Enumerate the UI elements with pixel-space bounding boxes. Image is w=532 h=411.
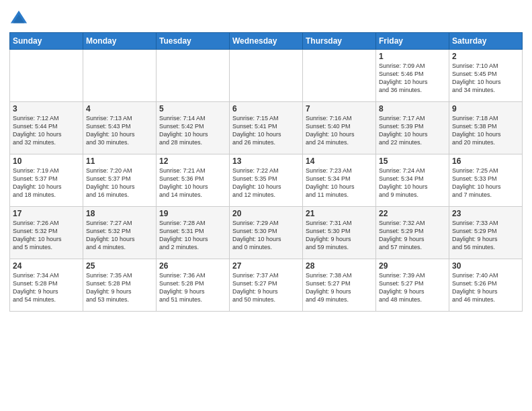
day-number: 10 [13, 156, 80, 166]
day-number: 26 [159, 261, 226, 271]
day-info: Sunrise: 7:40 AM Sunset: 5:26 PM Dayligh… [452, 271, 519, 304]
day-info: Sunrise: 7:28 AM Sunset: 5:31 PM Dayligh… [159, 219, 226, 252]
page-container: SundayMondayTuesdayWednesdayThursdayFrid… [0, 0, 532, 316]
day-info: Sunrise: 7:10 AM Sunset: 5:45 PM Dayligh… [452, 62, 519, 95]
week-row-0: 1Sunrise: 7:09 AM Sunset: 5:46 PM Daylig… [10, 50, 523, 102]
day-cell [230, 50, 303, 102]
day-info: Sunrise: 7:13 AM Sunset: 5:43 PM Dayligh… [86, 114, 153, 147]
day-number: 24 [13, 261, 80, 271]
day-cell: 24Sunrise: 7:34 AM Sunset: 5:28 PM Dayli… [10, 259, 83, 312]
header [9, 7, 523, 28]
day-cell: 6Sunrise: 7:15 AM Sunset: 5:41 PM Daylig… [230, 102, 303, 154]
day-cell: 25Sunrise: 7:35 AM Sunset: 5:28 PM Dayli… [83, 259, 157, 312]
day-number: 28 [306, 261, 373, 271]
day-number: 3 [13, 104, 80, 113]
day-number: 20 [232, 209, 300, 218]
col-header-saturday: Saturday [449, 33, 523, 50]
day-info: Sunrise: 7:29 AM Sunset: 5:30 PM Dayligh… [232, 219, 300, 252]
col-header-monday: Monday [83, 33, 157, 50]
day-cell: 29Sunrise: 7:39 AM Sunset: 5:27 PM Dayli… [376, 259, 449, 312]
day-cell: 5Sunrise: 7:14 AM Sunset: 5:42 PM Daylig… [157, 102, 230, 154]
day-info: Sunrise: 7:32 AM Sunset: 5:29 PM Dayligh… [379, 219, 446, 252]
week-row-2: 10Sunrise: 7:19 AM Sunset: 5:37 PM Dayli… [10, 154, 523, 207]
day-number: 23 [452, 209, 519, 218]
day-number: 13 [232, 156, 300, 166]
day-number: 15 [379, 156, 446, 166]
day-info: Sunrise: 7:16 AM Sunset: 5:40 PM Dayligh… [306, 114, 373, 147]
day-number: 4 [86, 104, 153, 113]
day-cell: 19Sunrise: 7:28 AM Sunset: 5:31 PM Dayli… [157, 207, 230, 259]
day-cell: 17Sunrise: 7:26 AM Sunset: 5:32 PM Dayli… [10, 207, 83, 259]
day-info: Sunrise: 7:23 AM Sunset: 5:34 PM Dayligh… [306, 167, 373, 199]
day-number: 9 [452, 104, 519, 113]
day-cell: 30Sunrise: 7:40 AM Sunset: 5:26 PM Dayli… [449, 259, 523, 312]
col-header-friday: Friday [376, 33, 449, 50]
day-cell: 13Sunrise: 7:22 AM Sunset: 5:35 PM Dayli… [230, 154, 303, 207]
day-info: Sunrise: 7:19 AM Sunset: 5:37 PM Dayligh… [13, 167, 80, 199]
day-cell: 1Sunrise: 7:09 AM Sunset: 5:46 PM Daylig… [376, 50, 449, 102]
day-info: Sunrise: 7:26 AM Sunset: 5:32 PM Dayligh… [13, 219, 80, 252]
day-info: Sunrise: 7:33 AM Sunset: 5:29 PM Dayligh… [452, 219, 519, 252]
day-cell: 21Sunrise: 7:31 AM Sunset: 5:30 PM Dayli… [303, 207, 376, 259]
day-cell: 8Sunrise: 7:17 AM Sunset: 5:39 PM Daylig… [376, 102, 449, 154]
day-cell: 27Sunrise: 7:37 AM Sunset: 5:27 PM Dayli… [230, 259, 303, 312]
day-number: 1 [379, 52, 446, 61]
day-number: 30 [452, 261, 519, 271]
day-cell [303, 50, 376, 102]
day-info: Sunrise: 7:34 AM Sunset: 5:28 PM Dayligh… [13, 271, 80, 304]
day-cell: 20Sunrise: 7:29 AM Sunset: 5:30 PM Dayli… [230, 207, 303, 259]
col-header-wednesday: Wednesday [230, 33, 303, 50]
day-number: 11 [86, 156, 153, 166]
day-number: 29 [379, 261, 446, 271]
day-cell: 18Sunrise: 7:27 AM Sunset: 5:32 PM Dayli… [83, 207, 157, 259]
logo-icon [9, 9, 28, 28]
day-cell: 26Sunrise: 7:36 AM Sunset: 5:28 PM Dayli… [157, 259, 230, 312]
week-row-1: 3Sunrise: 7:12 AM Sunset: 5:44 PM Daylig… [10, 102, 523, 154]
calendar-header-row: SundayMondayTuesdayWednesdayThursdayFrid… [10, 33, 523, 50]
day-cell: 10Sunrise: 7:19 AM Sunset: 5:37 PM Dayli… [10, 154, 83, 207]
day-number: 16 [452, 156, 519, 166]
day-number: 14 [306, 156, 373, 166]
calendar-table: SundayMondayTuesdayWednesdayThursdayFrid… [9, 32, 523, 312]
day-info: Sunrise: 7:18 AM Sunset: 5:38 PM Dayligh… [452, 114, 519, 147]
day-info: Sunrise: 7:12 AM Sunset: 5:44 PM Dayligh… [13, 114, 80, 147]
day-number: 5 [159, 104, 226, 113]
day-info: Sunrise: 7:21 AM Sunset: 5:36 PM Dayligh… [159, 167, 226, 199]
day-cell: 14Sunrise: 7:23 AM Sunset: 5:34 PM Dayli… [303, 154, 376, 207]
day-info: Sunrise: 7:22 AM Sunset: 5:35 PM Dayligh… [232, 167, 300, 199]
day-number: 12 [159, 156, 226, 166]
day-cell: 12Sunrise: 7:21 AM Sunset: 5:36 PM Dayli… [157, 154, 230, 207]
day-cell: 3Sunrise: 7:12 AM Sunset: 5:44 PM Daylig… [10, 102, 83, 154]
day-number: 6 [232, 104, 300, 113]
day-info: Sunrise: 7:37 AM Sunset: 5:27 PM Dayligh… [232, 271, 300, 304]
day-info: Sunrise: 7:36 AM Sunset: 5:28 PM Dayligh… [159, 271, 226, 304]
day-cell: 15Sunrise: 7:24 AM Sunset: 5:34 PM Dayli… [376, 154, 449, 207]
day-info: Sunrise: 7:35 AM Sunset: 5:28 PM Dayligh… [86, 271, 153, 304]
day-cell [10, 50, 83, 102]
day-number: 8 [379, 104, 446, 113]
day-cell [83, 50, 157, 102]
day-info: Sunrise: 7:39 AM Sunset: 5:27 PM Dayligh… [379, 271, 446, 304]
day-cell [157, 50, 230, 102]
day-info: Sunrise: 7:24 AM Sunset: 5:34 PM Dayligh… [379, 167, 446, 199]
day-cell: 4Sunrise: 7:13 AM Sunset: 5:43 PM Daylig… [83, 102, 157, 154]
day-number: 27 [232, 261, 300, 271]
day-info: Sunrise: 7:20 AM Sunset: 5:37 PM Dayligh… [86, 167, 153, 199]
day-cell: 9Sunrise: 7:18 AM Sunset: 5:38 PM Daylig… [449, 102, 523, 154]
day-number: 19 [159, 209, 226, 218]
day-cell: 11Sunrise: 7:20 AM Sunset: 5:37 PM Dayli… [83, 154, 157, 207]
day-cell: 22Sunrise: 7:32 AM Sunset: 5:29 PM Dayli… [376, 207, 449, 259]
day-info: Sunrise: 7:15 AM Sunset: 5:41 PM Dayligh… [232, 114, 300, 147]
day-info: Sunrise: 7:09 AM Sunset: 5:46 PM Dayligh… [379, 62, 446, 95]
day-cell: 2Sunrise: 7:10 AM Sunset: 5:45 PM Daylig… [449, 50, 523, 102]
day-number: 2 [452, 52, 519, 61]
day-info: Sunrise: 7:25 AM Sunset: 5:33 PM Dayligh… [452, 167, 519, 199]
day-cell: 16Sunrise: 7:25 AM Sunset: 5:33 PM Dayli… [449, 154, 523, 207]
day-cell: 23Sunrise: 7:33 AM Sunset: 5:29 PM Dayli… [449, 207, 523, 259]
day-number: 21 [306, 209, 373, 218]
day-number: 17 [13, 209, 80, 218]
day-number: 18 [86, 209, 153, 218]
week-row-3: 17Sunrise: 7:26 AM Sunset: 5:32 PM Dayli… [10, 207, 523, 259]
week-row-4: 24Sunrise: 7:34 AM Sunset: 5:28 PM Dayli… [10, 259, 523, 312]
col-header-tuesday: Tuesday [157, 33, 230, 50]
